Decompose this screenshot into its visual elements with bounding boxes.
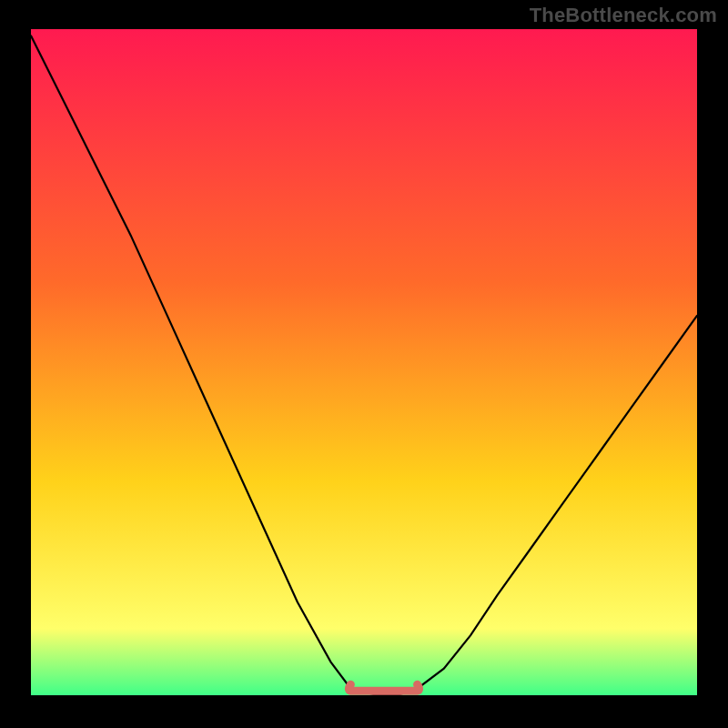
watermark-text: TheBottleneck.com xyxy=(530,4,717,27)
chart-frame: TheBottleneck.com xyxy=(0,0,728,728)
bottleneck-chart xyxy=(31,29,697,695)
gradient-background xyxy=(31,29,697,695)
plot-area xyxy=(31,29,697,695)
